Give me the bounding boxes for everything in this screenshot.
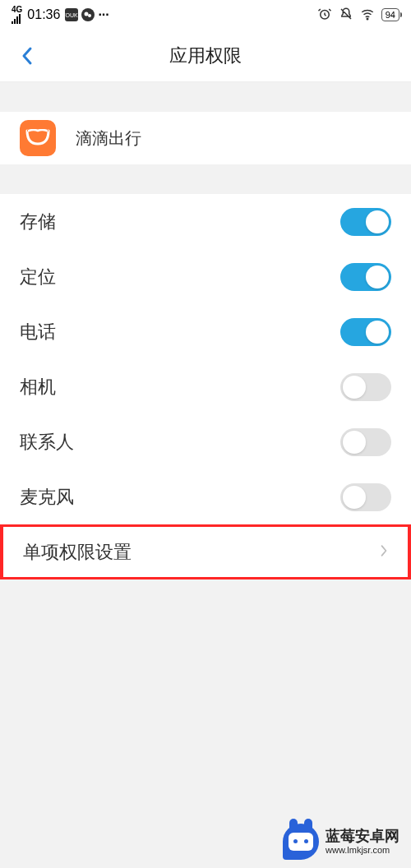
nav-label: 单项权限设置 <box>23 540 132 565</box>
permission-row-camera: 相机 <box>0 359 411 414</box>
svg-point-1 <box>88 14 91 17</box>
spacer <box>0 82 411 112</box>
permission-row-location: 定位 <box>0 249 411 304</box>
app-info-row: 滴滴出行 <box>0 112 411 164</box>
status-bar: 4G 01:36 YOUKU ··· 94 <box>0 0 411 30</box>
watermark: 蓝莓安卓网 www.lmkjsr.com <box>283 824 399 860</box>
chevron-right-icon <box>380 543 388 561</box>
toggle-contacts[interactable] <box>340 428 391 456</box>
mute-icon <box>339 7 353 24</box>
svg-point-3 <box>367 18 368 20</box>
network-indicator: 4G <box>12 6 22 24</box>
didi-icon <box>25 129 50 147</box>
youku-icon: YOUKU <box>65 8 78 21</box>
permission-label: 麦克风 <box>20 485 74 510</box>
more-icon: ··· <box>98 7 109 22</box>
alarm-icon <box>317 7 332 24</box>
network-label: 4G <box>12 6 22 14</box>
permission-label: 相机 <box>20 375 56 399</box>
permission-row-microphone: 麦克风 <box>0 469 411 524</box>
svg-point-0 <box>85 12 89 16</box>
permissions-list: 存储 定位 电话 相机 联系人 麦克风 <box>0 194 411 524</box>
permission-row-contacts: 联系人 <box>0 414 411 469</box>
back-button[interactable] <box>15 44 39 68</box>
signal-bars-icon <box>12 14 22 24</box>
watermark-title: 蓝莓安卓网 <box>326 828 399 846</box>
status-right: 94 <box>317 7 399 24</box>
toggle-storage[interactable] <box>340 208 391 236</box>
toggle-phone[interactable] <box>340 318 391 346</box>
toggle-location[interactable] <box>340 263 391 291</box>
page-title: 应用权限 <box>0 44 411 68</box>
chevron-left-icon <box>21 46 34 66</box>
battery-indicator: 94 <box>381 8 399 21</box>
single-permission-nav[interactable]: 单项权限设置 <box>0 524 411 579</box>
watermark-icon <box>283 824 319 860</box>
wechat-icon <box>81 8 95 21</box>
permission-label: 电话 <box>20 320 56 344</box>
toggle-camera[interactable] <box>340 373 391 401</box>
watermark-text: 蓝莓安卓网 www.lmkjsr.com <box>326 828 399 856</box>
app-icon <box>20 120 56 156</box>
watermark-url: www.lmkjsr.com <box>326 845 399 856</box>
status-time: 01:36 <box>27 7 60 22</box>
permission-label: 联系人 <box>20 430 74 455</box>
toggle-microphone[interactable] <box>340 483 391 511</box>
app-name: 滴滴出行 <box>76 127 141 150</box>
permission-label: 定位 <box>20 265 56 289</box>
battery-level: 94 <box>386 10 395 20</box>
wifi-icon <box>360 7 375 24</box>
permission-row-phone: 电话 <box>0 304 411 359</box>
permission-label: 存储 <box>20 210 56 234</box>
permission-row-storage: 存储 <box>0 194 411 249</box>
header: 应用权限 <box>0 30 411 82</box>
status-left: 4G 01:36 YOUKU ··· <box>12 6 109 24</box>
status-app-icons: YOUKU ··· <box>65 7 109 22</box>
